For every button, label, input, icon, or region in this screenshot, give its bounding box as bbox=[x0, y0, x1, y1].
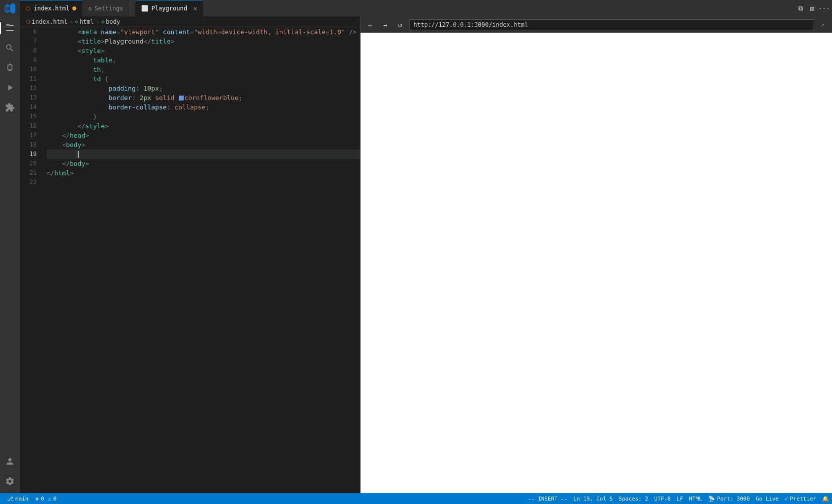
editor-container[interactable]: 6 7 8 9 10 11 12 13 14 15 16 17 18 19 20… bbox=[20, 27, 360, 493]
sidebar-item-extensions[interactable] bbox=[0, 98, 20, 117]
breadcrumb: ⬡ index.html › ◇ html › ◇ body bbox=[20, 16, 360, 27]
status-position[interactable]: Ln 19, Col 5 bbox=[571, 493, 616, 504]
code-line-6: <meta name="viewport" content="width=dev… bbox=[47, 27, 360, 37]
status-port[interactable]: 📡 Port: 3000 bbox=[705, 493, 753, 504]
browser-tab-label: Playground bbox=[152, 5, 187, 12]
manage-icon[interactable] bbox=[0, 471, 20, 491]
account-icon[interactable] bbox=[0, 452, 20, 471]
line-numbers: 6 7 8 9 10 11 12 13 14 15 16 17 18 19 20… bbox=[20, 27, 45, 493]
line-num-21: 21 bbox=[20, 168, 41, 178]
line-num-20: 20 bbox=[20, 159, 41, 168]
status-eol[interactable]: LF bbox=[674, 493, 686, 504]
code-line-10: th, bbox=[47, 65, 360, 74]
status-bar: ⎇ main ⊗ 0 ⚠ 0 -- INSERT -- Ln 19, Col 5… bbox=[0, 493, 832, 504]
code-line-19 bbox=[47, 150, 360, 159]
activity-bar-bottom bbox=[0, 452, 20, 491]
line-num-17: 17 bbox=[20, 131, 41, 140]
refresh-icon: ↺ bbox=[398, 21, 402, 29]
line-num-9: 9 bbox=[20, 55, 41, 65]
code-line-22 bbox=[47, 178, 360, 187]
line-num-10: 10 bbox=[20, 65, 41, 74]
breadcrumb-file[interactable]: ⬡ index.html bbox=[26, 18, 67, 25]
line-num-14: 14 bbox=[20, 102, 41, 112]
go-live-label: Go Live bbox=[756, 496, 779, 502]
code-line-21: </html> bbox=[47, 168, 360, 178]
sidebar-item-source-control[interactable] bbox=[0, 58, 20, 78]
status-language[interactable]: HTML bbox=[686, 493, 705, 504]
html-file-icon: ⬡ bbox=[26, 5, 31, 12]
status-spaces[interactable]: Spaces: 2 bbox=[616, 493, 651, 504]
splitter-handle[interactable] bbox=[359, 248, 362, 262]
vim-mode-label: -- INSERT -- bbox=[528, 496, 567, 502]
editor-browser-splitter[interactable] bbox=[360, 16, 361, 493]
port-label: Port: 3000 bbox=[717, 496, 750, 502]
code-line-8: <style> bbox=[47, 46, 360, 55]
browser-toolbar: ← → ↺ ↗ bbox=[361, 16, 832, 33]
code-content[interactable]: <meta name="viewport" content="width=dev… bbox=[45, 27, 360, 493]
status-encoding[interactable]: UTF-8 bbox=[651, 493, 674, 504]
prettier-label: Prettier bbox=[790, 496, 816, 502]
layout-icon[interactable]: ▥ bbox=[808, 4, 816, 12]
language-label: HTML bbox=[689, 496, 702, 502]
breadcrumb-sep-2: › bbox=[96, 18, 99, 25]
breadcrumb-body[interactable]: ◇ body bbox=[102, 18, 120, 25]
broadcast-icon: 📡 bbox=[708, 496, 715, 502]
browser-tab-close[interactable]: × bbox=[193, 4, 197, 12]
line-num-6: 6 bbox=[20, 27, 41, 37]
line-num-15: 15 bbox=[20, 112, 41, 121]
back-arrow-icon: ← bbox=[368, 21, 372, 29]
status-git-branch[interactable]: ⎇ main bbox=[4, 493, 32, 504]
status-vim-mode[interactable]: -- INSERT -- bbox=[525, 493, 570, 504]
code-line-14: border-collapse: collapse; bbox=[47, 102, 360, 112]
line-num-11: 11 bbox=[20, 74, 41, 84]
git-branch-icon: ⎇ bbox=[7, 496, 13, 502]
text-cursor bbox=[78, 151, 79, 158]
sidebar-item-search[interactable] bbox=[0, 38, 20, 58]
activity-bar bbox=[0, 16, 20, 493]
code-line-20: </body> bbox=[47, 159, 360, 168]
more-actions-icon[interactable]: ··· bbox=[820, 4, 828, 12]
code-line-16: </style> bbox=[47, 121, 360, 131]
browser-tab-playground[interactable]: ⬜ Playground × bbox=[135, 0, 204, 16]
sidebar-item-explorer[interactable] bbox=[0, 18, 20, 38]
error-count: 0 bbox=[41, 496, 44, 502]
eol-label: LF bbox=[676, 496, 683, 502]
breadcrumb-html[interactable]: ◇ html bbox=[75, 18, 94, 25]
status-prettier[interactable]: ✓ Prettier bbox=[781, 493, 819, 504]
prettier-check-icon: ✓ bbox=[784, 496, 788, 502]
browser-open-external-icon[interactable]: ↗ bbox=[817, 19, 828, 30]
vscode-logo bbox=[0, 0, 20, 16]
browser-forward-button[interactable]: → bbox=[379, 19, 391, 31]
warning-count: 0 bbox=[53, 496, 56, 502]
browser-refresh-button[interactable]: ↺ bbox=[394, 19, 406, 31]
line-num-16: 16 bbox=[20, 121, 41, 131]
breadcrumb-file-icon: ⬡ bbox=[26, 19, 30, 24]
tab-settings[interactable]: ⚙ Settings bbox=[82, 0, 129, 16]
code-line-9: table, bbox=[47, 55, 360, 65]
line-num-13: 13 bbox=[20, 93, 41, 102]
status-go-live[interactable]: Go Live bbox=[753, 493, 781, 504]
browser-address-bar[interactable] bbox=[409, 19, 814, 30]
notification-bell-icon: 🔔 bbox=[822, 496, 829, 502]
title-bar-left: ⬡ index.html ⚙ Settings ⬜ Playground × ⧉… bbox=[0, 0, 832, 16]
settings-tab-icon: ⚙ bbox=[88, 5, 92, 12]
tab-label-settings: Settings bbox=[95, 5, 123, 12]
line-num-12: 12 bbox=[20, 84, 41, 93]
code-line-17: </head> bbox=[47, 131, 360, 140]
main-layout: ⬡ index.html › ◇ html › ◇ body 6 7 8 9 1… bbox=[0, 16, 832, 493]
code-line-12: padding: 10px; bbox=[47, 84, 360, 93]
line-num-19: 19 bbox=[20, 150, 41, 159]
spaces-label: Spaces: 2 bbox=[619, 496, 648, 502]
split-editor-icon[interactable]: ⧉ bbox=[796, 4, 804, 12]
sidebar-item-run[interactable] bbox=[0, 78, 20, 98]
title-bar: ⬡ index.html ⚙ Settings ⬜ Playground × ⧉… bbox=[0, 0, 832, 16]
status-bar-left: ⎇ main ⊗ 0 ⚠ 0 bbox=[0, 493, 63, 504]
status-errors[interactable]: ⊗ 0 ⚠ 0 bbox=[33, 493, 60, 504]
line-num-8: 8 bbox=[20, 46, 41, 55]
status-notification-icon[interactable]: 🔔 bbox=[819, 493, 832, 504]
forward-arrow-icon: → bbox=[383, 21, 387, 29]
tab-index-html[interactable]: ⬡ index.html bbox=[20, 0, 82, 16]
code-line-11: td { bbox=[47, 74, 360, 84]
error-icon: ⊗ bbox=[36, 496, 39, 502]
browser-back-button[interactable]: ← bbox=[364, 19, 376, 31]
